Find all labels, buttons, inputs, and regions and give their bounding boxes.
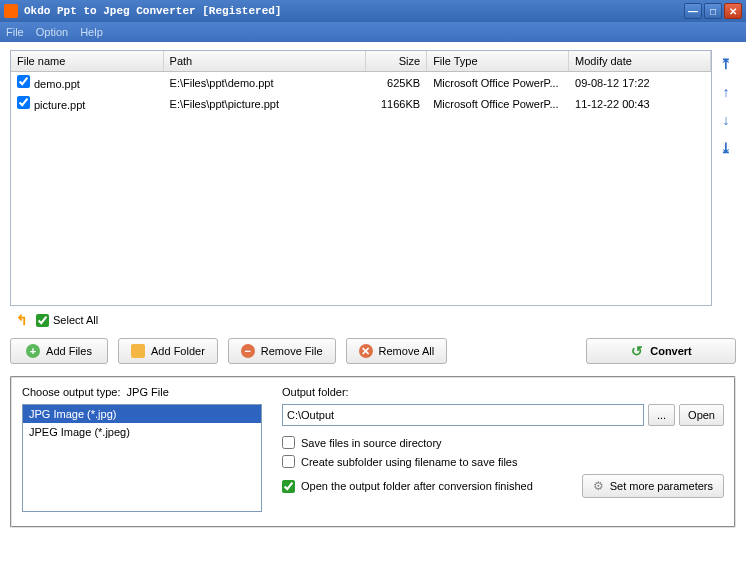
- folder-icon: [131, 344, 145, 358]
- select-all-checkbox[interactable]: Select All: [36, 314, 98, 327]
- close-button[interactable]: ✕: [724, 3, 742, 19]
- plus-icon: +: [26, 344, 40, 358]
- minus-icon: −: [241, 344, 255, 358]
- x-icon: ✕: [359, 344, 373, 358]
- convert-button[interactable]: ↺ Convert: [586, 338, 736, 364]
- add-folder-button[interactable]: Add Folder: [118, 338, 218, 364]
- output-type-option[interactable]: JPG Image (*.jpg): [23, 405, 261, 423]
- remove-all-button[interactable]: ✕ Remove All: [346, 338, 448, 364]
- gear-icon: ⚙: [593, 479, 604, 493]
- move-up-button[interactable]: ↑: [718, 84, 734, 100]
- browse-button[interactable]: ...: [648, 404, 675, 426]
- set-more-parameters-button[interactable]: ⚙ Set more parameters: [582, 474, 724, 498]
- maximize-button[interactable]: □: [704, 3, 722, 19]
- menu-option[interactable]: Option: [36, 26, 68, 38]
- menu-file[interactable]: File: [6, 26, 24, 38]
- output-type-list[interactable]: JPG Image (*.jpg)JPEG Image (*.jpeg): [22, 404, 262, 512]
- move-bottom-button[interactable]: ⤓: [718, 140, 734, 156]
- reorder-controls: ⤒ ↑ ↓ ⤓: [716, 50, 736, 306]
- col-size[interactable]: Size: [366, 51, 427, 72]
- window-title: Okdo Ppt to Jpeg Converter [Registered]: [24, 5, 684, 17]
- col-date[interactable]: Modify date: [569, 51, 711, 72]
- table-row[interactable]: picture.pptE:\Files\ppt\picture.ppt1166K…: [11, 93, 711, 114]
- file-list[interactable]: File name Path Size File Type Modify dat…: [10, 50, 712, 306]
- convert-icon: ↺: [630, 344, 644, 358]
- title-bar: Okdo Ppt to Jpeg Converter [Registered] …: [0, 0, 746, 22]
- col-filename[interactable]: File name: [11, 51, 163, 72]
- minimize-button[interactable]: —: [684, 3, 702, 19]
- app-logo-icon: [4, 4, 18, 18]
- add-files-button[interactable]: + Add Files: [10, 338, 108, 364]
- file-checkbox[interactable]: [17, 75, 30, 88]
- table-row[interactable]: demo.pptE:\Files\ppt\demo.ppt625KBMicros…: [11, 72, 711, 94]
- output-folder-label: Output folder:: [282, 386, 724, 398]
- move-down-button[interactable]: ↓: [718, 112, 734, 128]
- choose-type-label: Choose output type: JPG File: [22, 386, 262, 398]
- save-in-source-checkbox[interactable]: [282, 436, 295, 449]
- menu-help[interactable]: Help: [80, 26, 103, 38]
- file-checkbox[interactable]: [17, 96, 30, 109]
- open-after-checkbox[interactable]: [282, 480, 295, 493]
- remove-file-button[interactable]: − Remove File: [228, 338, 336, 364]
- col-path[interactable]: Path: [163, 51, 366, 72]
- menu-bar: File Option Help: [0, 22, 746, 42]
- output-folder-input[interactable]: [282, 404, 644, 426]
- create-subfolder-checkbox[interactable]: [282, 455, 295, 468]
- col-filetype[interactable]: File Type: [427, 51, 569, 72]
- up-folder-icon[interactable]: ↰: [16, 312, 28, 328]
- output-type-option[interactable]: JPEG Image (*.jpeg): [23, 423, 261, 441]
- move-top-button[interactable]: ⤒: [718, 56, 734, 72]
- open-folder-button[interactable]: Open: [679, 404, 724, 426]
